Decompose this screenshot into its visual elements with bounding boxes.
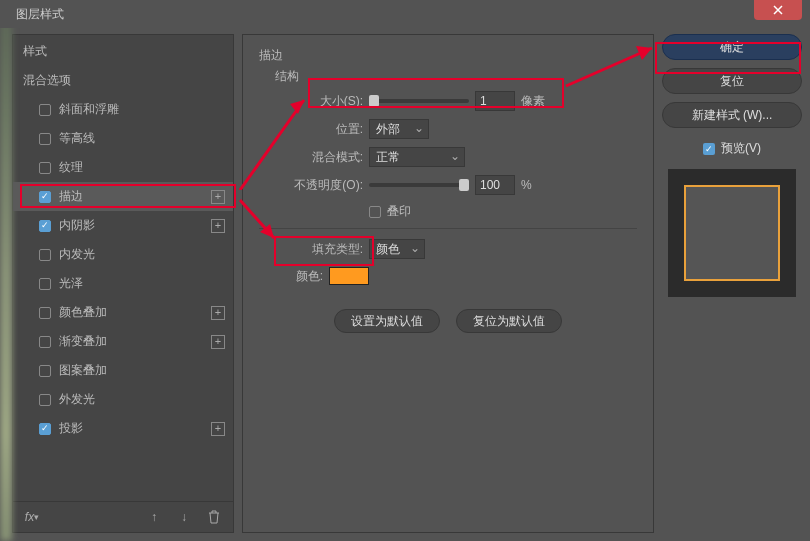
effect-add-button[interactable]: + [211, 219, 225, 233]
sidebar-item-effect[interactable]: 光泽 [13, 269, 233, 298]
effect-label: 光泽 [59, 275, 83, 292]
sidebar-item-effect[interactable]: 渐变叠加+ [13, 327, 233, 356]
sidebar-item-effect[interactable]: 颜色叠加+ [13, 298, 233, 327]
sidebar-item-effect[interactable]: 等高线 [13, 124, 233, 153]
filltype-label: 填充类型: [275, 241, 363, 258]
filltype-select[interactable]: 颜色 [369, 239, 425, 259]
effect-label: 图案叠加 [59, 362, 107, 379]
sidebar-item-effect[interactable]: 外发光 [13, 385, 233, 414]
effect-checkbox[interactable] [39, 249, 51, 261]
reset-default-button[interactable]: 复位为默认值 [456, 309, 562, 333]
opacity-label: 不透明度(O): [275, 177, 363, 194]
effect-label: 内发光 [59, 246, 95, 263]
size-input[interactable] [475, 91, 515, 111]
close-icon [773, 5, 783, 15]
group-title-stroke: 描边 [259, 47, 637, 64]
effect-checkbox[interactable] [39, 365, 51, 377]
position-select[interactable]: 外部 [369, 119, 429, 139]
preview-label: 预览(V) [721, 140, 761, 157]
effect-add-button[interactable]: + [211, 422, 225, 436]
effect-checkbox[interactable] [39, 162, 51, 174]
effect-checkbox[interactable] [39, 278, 51, 290]
preview-checkbox[interactable] [703, 143, 715, 155]
preview-stroke [684, 185, 780, 281]
titlebar: 图层样式 [0, 0, 810, 28]
make-default-button[interactable]: 设置为默认值 [334, 309, 440, 333]
fx-menu-button[interactable]: fx▾ [21, 508, 43, 526]
effect-add-button[interactable]: + [211, 190, 225, 204]
sidebar-styles-header[interactable]: 样式 [13, 35, 233, 66]
effect-label: 投影 [59, 420, 83, 437]
effect-label: 渐变叠加 [59, 333, 107, 350]
effect-label: 颜色叠加 [59, 304, 107, 321]
overprint-label: 叠印 [387, 203, 411, 220]
effect-checkbox[interactable] [39, 394, 51, 406]
styles-sidebar: 样式 混合选项 斜面和浮雕等高线纹理描边+内阴影+内发光光泽颜色叠加+渐变叠加+… [12, 34, 234, 533]
sidebar-item-effect[interactable]: 图案叠加 [13, 356, 233, 385]
sidebar-item-effect[interactable]: 描边+ [13, 182, 233, 211]
effect-checkbox[interactable] [39, 104, 51, 116]
effect-label: 纹理 [59, 159, 83, 176]
right-column: 确定 复位 新建样式 (W)... 预览(V) [662, 34, 802, 533]
overprint-checkbox[interactable] [369, 206, 381, 218]
color-swatch[interactable] [329, 267, 369, 285]
cancel-button[interactable]: 复位 [662, 68, 802, 94]
position-label: 位置: [275, 121, 363, 138]
size-unit: 像素 [521, 93, 545, 110]
sidebar-footer: fx▾ ↑ ↓ [13, 501, 233, 532]
trash-button[interactable] [203, 508, 225, 526]
main-panel: 描边 结构 大小(S): 像素 位置: 外部 混合模式: 正常 不透明度(O): [242, 34, 654, 533]
blendmode-select[interactable]: 正常 [369, 147, 465, 167]
color-label: 颜色: [275, 268, 323, 285]
sidebar-item-effect[interactable]: 斜面和浮雕 [13, 95, 233, 124]
effect-label: 外发光 [59, 391, 95, 408]
effect-label: 描边 [59, 188, 83, 205]
sidebar-item-effect[interactable]: 纹理 [13, 153, 233, 182]
effect-add-button[interactable]: + [211, 335, 225, 349]
effect-checkbox[interactable] [39, 423, 51, 435]
blendmode-label: 混合模式: [275, 149, 363, 166]
move-up-button[interactable]: ↑ [143, 508, 165, 526]
effect-label: 斜面和浮雕 [59, 101, 119, 118]
new-style-button[interactable]: 新建样式 (W)... [662, 102, 802, 128]
size-label: 大小(S): [275, 93, 363, 110]
sidebar-blend-options[interactable]: 混合选项 [13, 66, 233, 95]
effect-add-button[interactable]: + [211, 306, 225, 320]
ok-button[interactable]: 确定 [662, 34, 802, 60]
effect-checkbox[interactable] [39, 336, 51, 348]
effect-checkbox[interactable] [39, 133, 51, 145]
preview-box [668, 169, 796, 297]
opacity-slider[interactable] [369, 183, 469, 187]
trash-icon [208, 510, 220, 524]
effect-checkbox[interactable] [39, 307, 51, 319]
close-button[interactable] [754, 0, 802, 20]
size-slider[interactable] [369, 99, 469, 103]
sidebar-item-effect[interactable]: 内发光 [13, 240, 233, 269]
opacity-unit: % [521, 178, 532, 192]
effect-label: 内阴影 [59, 217, 95, 234]
sidebar-item-effect[interactable]: 投影+ [13, 414, 233, 443]
effect-checkbox[interactable] [39, 220, 51, 232]
opacity-input[interactable] [475, 175, 515, 195]
effect-label: 等高线 [59, 130, 95, 147]
move-down-button[interactable]: ↓ [173, 508, 195, 526]
sidebar-item-effect[interactable]: 内阴影+ [13, 211, 233, 240]
window-title: 图层样式 [16, 6, 64, 23]
subgroup-structure: 结构 [275, 68, 637, 85]
effect-checkbox[interactable] [39, 191, 51, 203]
